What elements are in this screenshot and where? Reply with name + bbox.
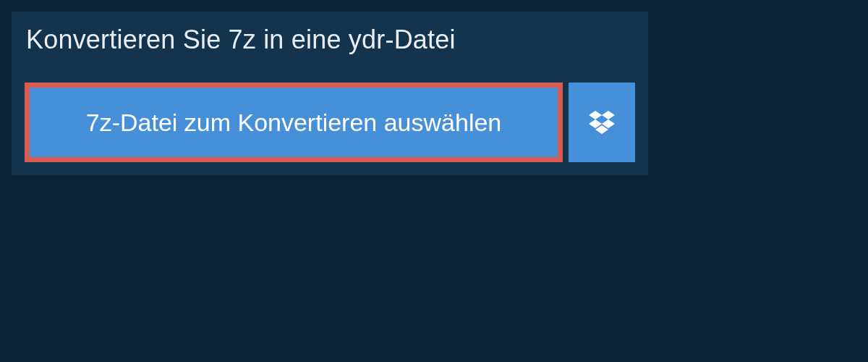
dropbox-icon [589, 111, 615, 134]
title-bar: Konvertieren Sie 7z in eine ydr-Datei [12, 12, 477, 72]
page-title: Konvertieren Sie 7z in eine ydr-Datei [26, 25, 456, 55]
select-file-label: 7z-Datei zum Konvertieren auswählen [86, 109, 502, 137]
dropbox-button[interactable] [569, 83, 635, 162]
select-file-button[interactable]: 7z-Datei zum Konvertieren auswählen [25, 83, 563, 162]
button-row: 7z-Datei zum Konvertieren auswählen [12, 72, 648, 175]
converter-panel: Konvertieren Sie 7z in eine ydr-Datei 7z… [12, 12, 648, 175]
